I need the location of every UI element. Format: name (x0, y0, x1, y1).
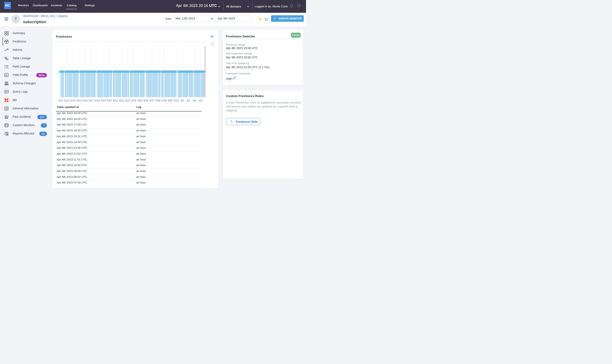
svg-text:3/24: 3/24 (131, 99, 136, 102)
svg-text:4/1: 4/1 (181, 99, 184, 102)
svg-text:3/16: 3/16 (82, 99, 88, 102)
svg-text:3/19: 3/19 (101, 99, 106, 102)
svg-text:4/3: 4/3 (193, 99, 196, 102)
svg-text:3/15: 3/15 (76, 99, 81, 102)
svg-text:3/20: 3/20 (107, 99, 112, 102)
svg-text:3/29: 3/29 (161, 99, 167, 102)
svg-text:3/14: 3/14 (70, 99, 75, 102)
svg-text:3/18: 3/18 (95, 99, 100, 102)
svg-text:3/25: 3/25 (137, 99, 142, 102)
svg-text:4/4: 4/4 (199, 99, 202, 102)
svg-text:3/30: 3/30 (168, 99, 173, 102)
svg-text:3/22: 3/22 (119, 99, 124, 102)
svg-text:3/21: 3/21 (113, 99, 118, 102)
svg-text:3/28: 3/28 (156, 99, 160, 102)
svg-text:4/2: 4/2 (187, 99, 190, 102)
svg-text:3/26: 3/26 (143, 99, 148, 102)
svg-text:3/17: 3/17 (89, 99, 93, 102)
svg-text:3/12: 3/12 (58, 99, 63, 102)
svg-text:3/13: 3/13 (64, 99, 69, 102)
svg-text:3/27: 3/27 (149, 99, 154, 102)
svg-text:3/23: 3/23 (125, 99, 130, 102)
svg-text:3/31: 3/31 (174, 99, 179, 102)
